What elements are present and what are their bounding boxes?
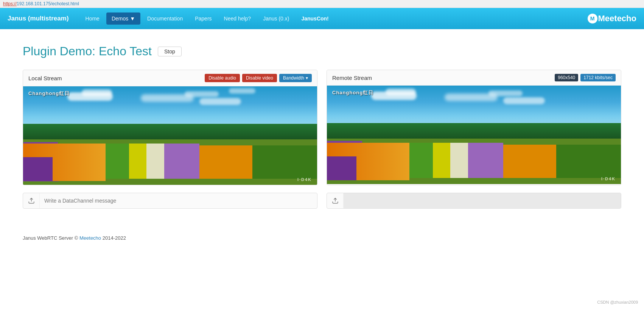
local-video-watermark: I·D4K — [297, 177, 312, 182]
stop-button[interactable]: Stop — [158, 47, 182, 56]
remote-stream-controls: 960x540 1712 kbits/sec — [555, 74, 616, 81]
remote-datachannel-icon — [327, 193, 344, 208]
nav-needhelp[interactable]: Need help? — [219, 12, 257, 25]
footer-link[interactable]: Meetecho — [79, 235, 101, 241]
cloud5 — [199, 98, 241, 105]
remote-video-overlay-text: Changhong红日 — [332, 89, 373, 96]
remote-tree-line — [327, 123, 621, 139]
page-title-row: Plugin Demo: Echo Test Stop — [23, 44, 621, 58]
disable-audio-button[interactable]: Disable audio — [205, 74, 240, 82]
local-stream-header: Local Stream Disable audio Disable video… — [23, 70, 317, 86]
local-stream-controls: Disable audio Disable video Bandwidth ▾ — [205, 74, 312, 82]
bandwidth-label: Bandwidth — [283, 75, 304, 81]
remote-datachannel-readonly — [344, 193, 621, 208]
field-white — [146, 144, 164, 179]
local-datachannel-panel — [23, 193, 317, 209]
nav-januscon[interactable]: JanusCon! — [296, 12, 334, 25]
local-video-overlay-text: Changhong红日 — [28, 90, 70, 97]
navbar-logo: M Meetecho — [588, 14, 636, 23]
meetecho-logo-text: Meetecho — [598, 14, 636, 23]
navbar: Janus (multistream) Home Demos ▼ Documen… — [0, 8, 644, 29]
field-green2 — [252, 145, 317, 179]
footer: Janus WebRTC Server © Meetecho 2014-2022 — [0, 224, 644, 248]
meetecho-logo-icon: M — [588, 14, 597, 23]
dropdown-caret-icon: ▼ — [130, 16, 135, 22]
address-https: https:// — [3, 1, 17, 6]
address-bar: https://192.168.101.175/echotest.html — [0, 0, 644, 8]
remote-stream-panel: Remote Stream 960x540 1712 kbits/sec — [327, 70, 621, 185]
footer-text: Janus WebRTC Server © — [23, 235, 79, 241]
remote-resolution-badge: 960x540 — [555, 74, 578, 81]
field-yellow — [129, 144, 147, 179]
datachannel-row — [23, 193, 621, 209]
remote-cloud4 — [488, 91, 523, 96]
footer-year: 2014-2022 — [101, 235, 126, 241]
remote-video-watermark: I·D4K — [601, 176, 616, 181]
remote-field-purple — [468, 143, 503, 178]
nav-janus-old[interactable]: Janus (0.x) — [258, 12, 294, 25]
local-stream-panel: Local Stream Disable audio Disable video… — [23, 70, 317, 185]
remote-field-white — [450, 143, 468, 178]
local-datachannel-icon — [23, 193, 40, 208]
tree-line — [23, 124, 317, 140]
disable-video-button[interactable]: Disable video — [242, 74, 277, 82]
remote-cloud2 — [386, 89, 416, 95]
remote-field-green2 — [556, 145, 621, 178]
remote-field-orange2 — [503, 145, 556, 178]
bandwidth-caret-icon: ▾ — [306, 75, 308, 81]
streams-row: Local Stream Disable audio Disable video… — [23, 70, 621, 185]
remote-cloud5 — [503, 97, 545, 104]
cloud4 — [185, 91, 219, 97]
remote-field-purple2 — [327, 156, 356, 180]
local-datachannel-input[interactable] — [40, 195, 317, 207]
local-video-container: Changhong红日 I·D4K — [23, 86, 317, 185]
nav-papers[interactable]: Papers — [190, 12, 217, 25]
remote-field-green1 — [409, 143, 433, 178]
logo-letter: M — [590, 16, 595, 22]
address-url: 192.168.101.175/echotest.html — [17, 1, 79, 6]
remote-bitrate-badge: 1712 kbits/sec — [580, 74, 616, 81]
cloud6 — [229, 88, 255, 94]
field-purple2 — [23, 157, 53, 181]
navbar-brand[interactable]: Janus (multistream) — [8, 15, 69, 22]
remote-field-yellow — [433, 143, 451, 178]
field-purple — [164, 144, 199, 179]
page-title: Plugin Demo: Echo Test — [23, 44, 152, 58]
remote-datachannel-panel — [327, 193, 621, 209]
remote-stream-header: Remote Stream 960x540 1712 kbits/sec — [327, 70, 621, 86]
nav-documentation[interactable]: Documentation — [142, 12, 188, 25]
cloud2 — [82, 89, 112, 96]
navbar-links: Home Demos ▼ Documentation Papers Need h… — [80, 12, 588, 25]
bandwidth-button[interactable]: Bandwidth ▾ — [279, 74, 312, 82]
remote-video-container: Changhong红日 I·D4K — [327, 86, 621, 184]
field-orange2 — [199, 145, 252, 179]
local-stream-title: Local Stream — [28, 75, 62, 81]
main-content: Plugin Demo: Echo Test Stop Local Stream… — [0, 29, 644, 224]
remote-stream-title: Remote Stream — [332, 75, 372, 81]
nav-demos[interactable]: Demos ▼ — [106, 12, 140, 25]
nav-demos-label: Demos — [112, 16, 128, 22]
field-green1 — [106, 144, 129, 179]
nav-home[interactable]: Home — [80, 12, 105, 25]
